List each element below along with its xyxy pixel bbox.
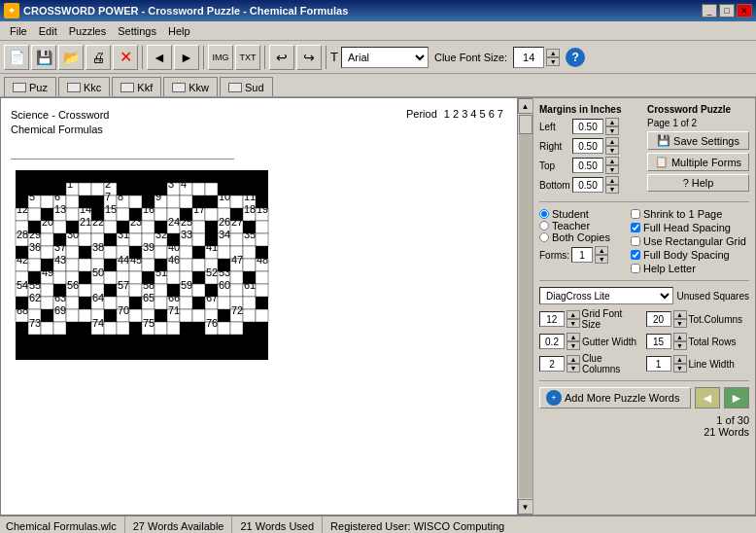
svg-text:62: 62 (29, 292, 41, 303)
tab-kkc[interactable]: Kkc (58, 77, 110, 96)
shrink-checkbox[interactable] (631, 209, 640, 219)
close-button[interactable]: ✕ (737, 4, 752, 18)
gfs-up[interactable]: ▲ (567, 310, 580, 319)
total-rows-spin[interactable]: ▲ ▼ (673, 333, 687, 350)
undo-button[interactable]: ↩ (269, 45, 294, 70)
scroll-thumb[interactable] (519, 115, 533, 134)
menu-file[interactable]: File (4, 23, 33, 39)
back-button[interactable]: ◄ (147, 45, 172, 70)
grid-font-size-spin[interactable]: ▲ ▼ (567, 310, 580, 328)
menu-settings[interactable]: Settings (112, 23, 162, 39)
full-head-checkbox[interactable] (631, 223, 640, 232)
both-copies-radio[interactable] (539, 232, 549, 242)
diagcross-select[interactable]: DiagCross Lite (539, 287, 673, 304)
scroll-track[interactable] (519, 115, 533, 498)
tab-puz[interactable]: Puz (4, 77, 56, 96)
text-button[interactable]: TXT (235, 45, 260, 70)
lw-down[interactable]: ▼ (673, 364, 687, 373)
tc-down[interactable]: ▼ (673, 319, 687, 328)
margin-bottom-up[interactable]: ▲ (605, 176, 619, 185)
tr-down[interactable]: ▼ (673, 341, 687, 350)
clue-font-size[interactable] (513, 47, 544, 68)
svg-text:65: 65 (143, 292, 155, 303)
menu-puzzles[interactable]: Puzzles (63, 23, 113, 39)
minimize-button[interactable]: _ (702, 4, 717, 18)
svg-text:19: 19 (257, 203, 268, 215)
clue-font-down[interactable]: ▼ (546, 57, 560, 66)
full-body-checkbox[interactable] (631, 250, 640, 260)
scroll-down-button[interactable]: ▼ (518, 499, 533, 515)
save-button[interactable]: 💾 (31, 45, 56, 70)
forms-down[interactable]: ▼ (595, 255, 608, 264)
teacher-radio[interactable] (539, 221, 549, 231)
margin-top-spin[interactable]: ▲ ▼ (605, 157, 619, 174)
margin-bottom-down[interactable]: ▼ (605, 185, 619, 194)
margin-right-down[interactable]: ▼ (605, 146, 619, 155)
svg-rect-290 (41, 309, 53, 322)
forms-up[interactable]: ▲ (595, 246, 608, 255)
image-button[interactable]: IMG (208, 45, 233, 70)
svg-text:44: 44 (118, 254, 129, 266)
maximize-button[interactable]: □ (719, 4, 735, 18)
svg-text:9: 9 (155, 191, 161, 202)
forward-button[interactable]: ► (174, 45, 199, 70)
help-circle-button[interactable]: ? (566, 48, 585, 67)
stop-button[interactable]: ✕ (113, 45, 138, 70)
svg-text:3: 3 (168, 178, 174, 190)
forms-spin[interactable]: ▲ ▼ (595, 246, 608, 264)
margin-top-down[interactable]: ▼ (605, 165, 619, 174)
nav-left-button[interactable]: ◄ (695, 387, 720, 409)
menu-help[interactable]: Help (162, 23, 196, 39)
help-letter-checkbox[interactable] (631, 264, 640, 273)
cc-up[interactable]: ▲ (567, 355, 580, 364)
status-words-used: 21 Words Used (232, 516, 323, 533)
tab-kkw[interactable]: Kkw (163, 77, 218, 96)
clue-font-up[interactable]: ▲ (546, 49, 560, 57)
lw-up[interactable]: ▲ (673, 355, 687, 364)
gfs-down[interactable]: ▼ (567, 319, 580, 328)
font-select[interactable]: Arial (341, 47, 429, 68)
use-rect-checkbox[interactable] (631, 236, 640, 246)
new-button[interactable]: 📄 (4, 45, 29, 70)
help-button[interactable]: ? Help (647, 174, 749, 192)
gutter-spin[interactable]: ▲ ▼ (567, 333, 580, 350)
menu-edit[interactable]: Edit (33, 23, 63, 39)
tc-up[interactable]: ▲ (673, 310, 687, 319)
vertical-scrollbar[interactable]: ▲ ▼ (517, 98, 533, 515)
multiple-forms-button[interactable]: 📋 Multiple Forms (647, 153, 749, 171)
student-radio[interactable] (539, 209, 549, 219)
clue-font-spin[interactable]: ▲ ▼ (546, 49, 560, 66)
margin-left-spin[interactable]: ▲ ▼ (605, 118, 619, 135)
tr-up[interactable]: ▲ (673, 333, 687, 341)
open-button[interactable]: 📂 (58, 45, 84, 70)
gw-down[interactable]: ▼ (567, 341, 580, 350)
tab-sud[interactable]: Sud (220, 77, 273, 96)
margins-section: Margins in Inches Left 0.50 ▲ ▼ Right 0.… (539, 104, 641, 195)
clue-columns-spin[interactable]: ▲ ▼ (567, 355, 580, 373)
margin-right-spin[interactable]: ▲ ▼ (605, 137, 619, 155)
svg-text:1: 1 (67, 178, 73, 190)
status-words-avail: 27 Words Available (125, 516, 233, 533)
margin-right-up[interactable]: ▲ (605, 137, 619, 146)
scroll-up-button[interactable]: ▲ (518, 98, 533, 114)
tab-kkf[interactable]: Kkf (112, 77, 161, 96)
svg-text:10: 10 (219, 191, 230, 202)
tot-columns-spin[interactable]: ▲ ▼ (673, 310, 687, 328)
cc-down[interactable]: ▼ (567, 364, 580, 373)
svg-text:66: 66 (168, 292, 180, 303)
add-words-button[interactable]: + Add More Puzzle Words (539, 387, 691, 409)
nav-right-button[interactable]: ► (724, 387, 749, 409)
print-button[interactable]: 🖨 (86, 45, 111, 70)
tot-columns-row: 20 ▲ ▼ Tot.Columns (646, 308, 750, 330)
svg-rect-8 (117, 170, 129, 183)
svg-rect-200 (192, 259, 205, 271)
margin-left-down[interactable]: ▼ (605, 126, 619, 135)
gw-up[interactable]: ▲ (567, 333, 580, 341)
margin-bottom-spin[interactable]: ▲ ▼ (605, 176, 619, 194)
redo-button[interactable]: ↪ (296, 45, 322, 70)
save-settings-button[interactable]: 💾 Save Settings (647, 131, 749, 150)
margin-top-up[interactable]: ▲ (605, 157, 619, 165)
line-width-spin[interactable]: ▲ ▼ (673, 355, 687, 373)
margin-left-up[interactable]: ▲ (605, 118, 619, 126)
status-user: Registered User: WISCO Computing (323, 516, 512, 533)
